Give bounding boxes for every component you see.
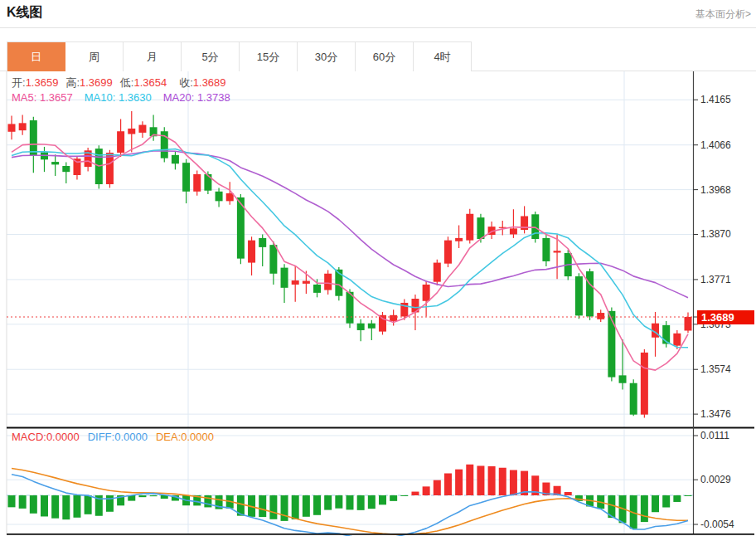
y-axis-label: 1.3574 [700,363,731,375]
diff-legend: DIFF:0.0000 [88,431,148,443]
ohlc-close: 收:1.3689 [179,76,225,90]
tab-60min[interactable]: 60分 [356,42,414,71]
ma10-legend: MA10: 1.3630 [85,91,152,104]
y-axis-label: 1.4165 [700,94,731,105]
period-tabbar: 日周月5分15分30分60分4时 [7,41,472,71]
page-title: K线图 [7,4,43,22]
ohlc-high: 高:1.3699 [65,76,112,90]
tab-month[interactable]: 月 [124,42,182,71]
y-axis-label: 1.3870 [700,228,731,240]
macd-axis-label: 0.0029 [700,474,731,485]
ma20-legend: MA20: 1.3738 [163,91,230,104]
macd-legend: MACD:0.0000 [12,431,80,443]
tab-day[interactable]: 日 [7,42,65,71]
ma-info: MA5: 1.3657 MA10: 1.3630 MA20: 1.3738 [12,91,230,104]
macd-axis-label: -0.0054 [700,519,734,530]
ohlc-open: 开:1.3659 [12,76,58,90]
ohlc-low: 低:1.3654 [120,76,167,90]
price-axis: 1.41651.40661.39681.38701.37711.36731.35… [694,71,735,534]
dea-legend: DEA:0.0000 [156,431,214,443]
ma5-legend: MA5: 1.3657 [12,91,73,104]
tab-30min[interactable]: 30分 [298,42,356,71]
kline-widget: K线图 基本面分析> 日周月5分15分30分60分4时 1.41651.4066… [0,0,756,536]
y-axis-label: 1.3771 [700,274,731,285]
y-axis-label: 1.4066 [700,139,731,151]
ohlc-info: 开:1.3659 高:1.3699 低:1.3654 收:1.3689 [12,76,226,90]
macd-axis-label: 0.0111 [700,430,729,441]
tab-4hour[interactable]: 4时 [414,42,472,71]
tab-15min[interactable]: 15分 [240,42,298,71]
y-axis-label: 1.3968 [700,184,731,196]
tab-5min[interactable]: 5分 [182,42,240,71]
macd-info: MACD:0.0000 DIFF:0.0000 DEA:0.0000 [12,431,214,443]
current-price-tag: 1.3689 [697,310,754,324]
y-axis-label: 1.3476 [700,408,731,420]
tab-week[interactable]: 周 [65,42,124,71]
macd-histogram [8,465,692,529]
fundamental-analysis-link[interactable]: 基本面分析> [695,7,751,22]
